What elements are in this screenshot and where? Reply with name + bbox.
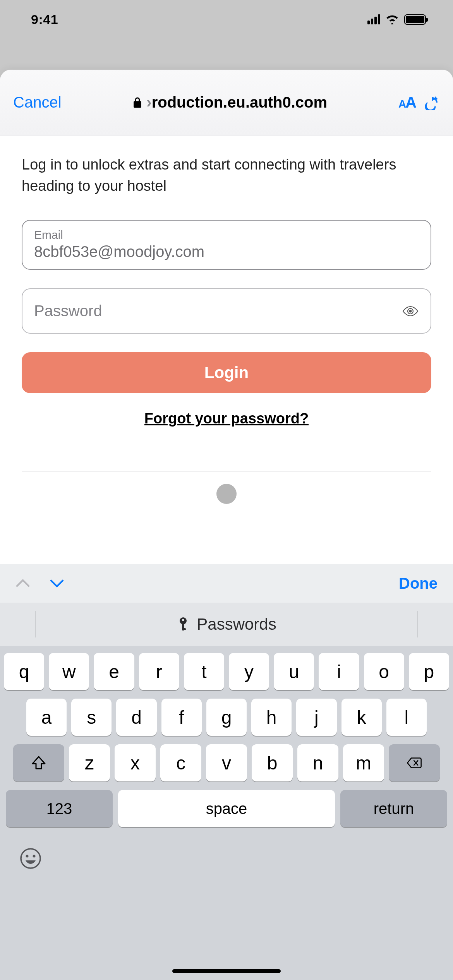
key-icon: [177, 617, 190, 632]
return-key[interactable]: return: [340, 790, 447, 827]
cancel-button[interactable]: Cancel: [13, 94, 62, 111]
keyboard-done-button[interactable]: Done: [399, 575, 438, 592]
svg-point-2: [182, 619, 184, 621]
divider: [22, 471, 431, 472]
keyboard-rows: qwertyuiop asdfghjkl zxcvbnm 123 space r…: [0, 646, 453, 827]
cellular-icon: [367, 14, 380, 24]
key-p[interactable]: p: [409, 653, 449, 690]
emoji-key[interactable]: [19, 847, 42, 870]
login-button[interactable]: Login: [22, 352, 431, 393]
email-input[interactable]: [34, 243, 419, 260]
key-d[interactable]: d: [116, 699, 156, 736]
next-field-button[interactable]: [50, 576, 64, 591]
svg-point-5: [21, 849, 40, 868]
key-r[interactable]: r: [139, 653, 179, 690]
home-indicator[interactable]: [172, 969, 281, 973]
key-q[interactable]: q: [4, 653, 44, 690]
password-label: Password: [34, 302, 102, 320]
key-v[interactable]: v: [206, 744, 247, 781]
svg-point-7: [33, 855, 36, 858]
prev-field-button: [15, 576, 30, 591]
status-bar: 9:41: [0, 0, 453, 39]
key-f[interactable]: f: [161, 699, 202, 736]
key-e[interactable]: e: [94, 653, 134, 690]
svg-rect-4: [182, 628, 186, 630]
key-o[interactable]: o: [364, 653, 404, 690]
forgot-password-link[interactable]: Forgot your password?: [22, 410, 431, 427]
email-label: Email: [34, 228, 419, 242]
url-truncation-indicator: ›: [146, 94, 151, 111]
address-bar[interactable]: › roduction.eu.auth0.com: [69, 94, 391, 111]
key-m[interactable]: m: [343, 744, 384, 781]
battery-icon: [404, 14, 426, 25]
key-a[interactable]: a: [26, 699, 67, 736]
autofill-suggestion[interactable]: Passwords: [0, 603, 453, 646]
browser-sheet: Cancel › roduction.eu.auth0.com AA Log i…: [0, 70, 453, 980]
key-z[interactable]: z: [69, 744, 110, 781]
key-n[interactable]: n: [297, 744, 338, 781]
text-size-button[interactable]: AA: [398, 94, 417, 111]
backspace-key[interactable]: [389, 744, 440, 781]
key-t[interactable]: t: [184, 653, 224, 690]
status-time: 9:41: [31, 12, 58, 27]
svg-point-0: [409, 310, 412, 312]
key-c[interactable]: c: [160, 744, 201, 781]
email-field-container[interactable]: Email: [22, 220, 431, 270]
key-s[interactable]: s: [71, 699, 112, 736]
touch-indicator: [216, 484, 237, 504]
url-text: roduction.eu.auth0.com: [152, 94, 327, 111]
shift-key[interactable]: [13, 744, 64, 781]
autofill-label: Passwords: [197, 615, 276, 634]
password-field-container[interactable]: Password: [22, 288, 431, 334]
key-k[interactable]: k: [341, 699, 382, 736]
reload-button[interactable]: [424, 95, 440, 110]
wifi-icon: [386, 14, 399, 24]
show-password-icon[interactable]: [402, 305, 419, 317]
keyboard: Done Passwords qwertyuiop asdfghjkl zxcv…: [0, 564, 453, 980]
key-j[interactable]: j: [296, 699, 336, 736]
lock-icon: [132, 96, 142, 109]
space-key[interactable]: space: [118, 790, 335, 827]
key-x[interactable]: x: [115, 744, 156, 781]
key-h[interactable]: h: [251, 699, 292, 736]
browser-nav: Cancel › roduction.eu.auth0.com AA: [0, 70, 453, 135]
key-w[interactable]: w: [49, 653, 89, 690]
key-i[interactable]: i: [319, 653, 359, 690]
tagline: Log in to unlock extras and start connec…: [22, 154, 431, 197]
svg-point-6: [26, 855, 29, 858]
key-u[interactable]: u: [274, 653, 314, 690]
numbers-key[interactable]: 123: [6, 790, 113, 827]
status-icons: [367, 14, 426, 25]
key-b[interactable]: b: [252, 744, 293, 781]
key-g[interactable]: g: [206, 699, 247, 736]
key-l[interactable]: l: [386, 699, 427, 736]
key-y[interactable]: y: [229, 653, 269, 690]
keyboard-accessory: Done: [0, 564, 453, 603]
